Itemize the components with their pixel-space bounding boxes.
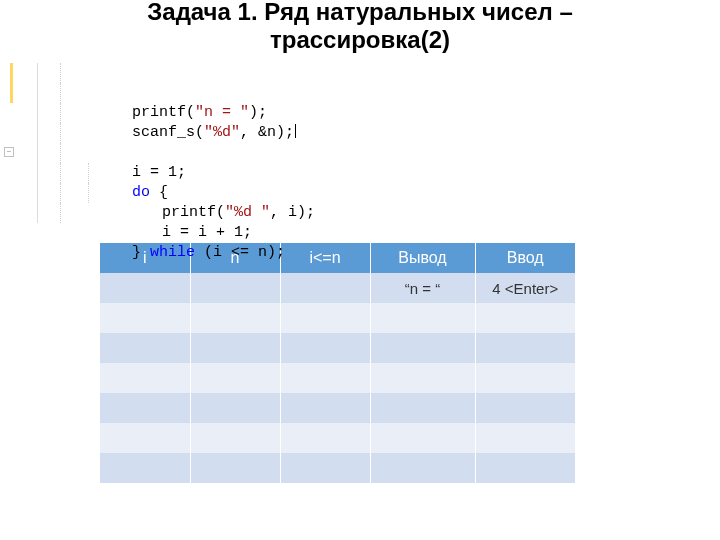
title-line-1: Задача 1. Ряд натуральных чисел – (147, 0, 572, 25)
cell-i (100, 423, 190, 453)
cell-n (190, 423, 280, 453)
cell-n (190, 393, 280, 423)
code-line-3 (38, 103, 132, 123)
trace-table: i n i<=n Вывод Ввод “n = “4 <Enter> (100, 243, 575, 483)
cell-cond (280, 333, 370, 363)
cell-cond (280, 363, 370, 393)
cell-cond (280, 393, 370, 423)
table-row (100, 393, 575, 423)
code-line-6: printf("%d ", i); (38, 163, 315, 183)
code-line-2: scanf_s("%d", &n); (38, 83, 296, 103)
table-row: “n = “4 <Enter> (100, 273, 575, 303)
cell-out (370, 423, 475, 453)
cell-in (475, 363, 575, 393)
table-row (100, 303, 575, 333)
cell-cond (280, 273, 370, 303)
cell-n (190, 273, 280, 303)
table-body: “n = “4 <Enter> (100, 273, 575, 483)
cell-in (475, 453, 575, 483)
cell-i (100, 333, 190, 363)
cell-in: 4 <Enter> (475, 273, 575, 303)
fold-icon: – (4, 147, 14, 157)
slide-title: Задача 1. Ряд натуральных чисел – трасси… (0, 0, 720, 63)
table-row (100, 423, 575, 453)
code-line-5: do { (38, 143, 168, 163)
code-line-4: i = 1; (38, 123, 186, 143)
cell-n (190, 363, 280, 393)
code-block: printf("n = "); scanf_s("%d", &n); i = 1… (10, 63, 346, 223)
table-row (100, 363, 575, 393)
code-line-8: } while (i <= n); (38, 203, 285, 223)
table-row (100, 453, 575, 483)
cell-in (475, 303, 575, 333)
table-row (100, 333, 575, 363)
cell-in (475, 393, 575, 423)
cell-n (190, 333, 280, 363)
cell-in (475, 333, 575, 363)
code-line-1: printf("n = "); (38, 63, 267, 83)
cell-i (100, 303, 190, 333)
cell-cond (280, 423, 370, 453)
header-cond: i<=n (280, 243, 370, 273)
cell-out (370, 303, 475, 333)
cell-out (370, 363, 475, 393)
cell-i (100, 363, 190, 393)
title-line-2: трассировка(2) (270, 26, 450, 53)
cell-n (190, 453, 280, 483)
cell-out (370, 393, 475, 423)
cell-out: “n = “ (370, 273, 475, 303)
header-out: Вывод (370, 243, 475, 273)
header-in: Ввод (475, 243, 575, 273)
cell-out (370, 333, 475, 363)
cell-out (370, 453, 475, 483)
text-cursor (295, 124, 296, 138)
cell-i (100, 453, 190, 483)
cell-cond (280, 453, 370, 483)
code-line-7: i = i + 1; (38, 183, 252, 203)
cell-n (190, 303, 280, 333)
cell-i (100, 393, 190, 423)
cell-in (475, 423, 575, 453)
cell-cond (280, 303, 370, 333)
